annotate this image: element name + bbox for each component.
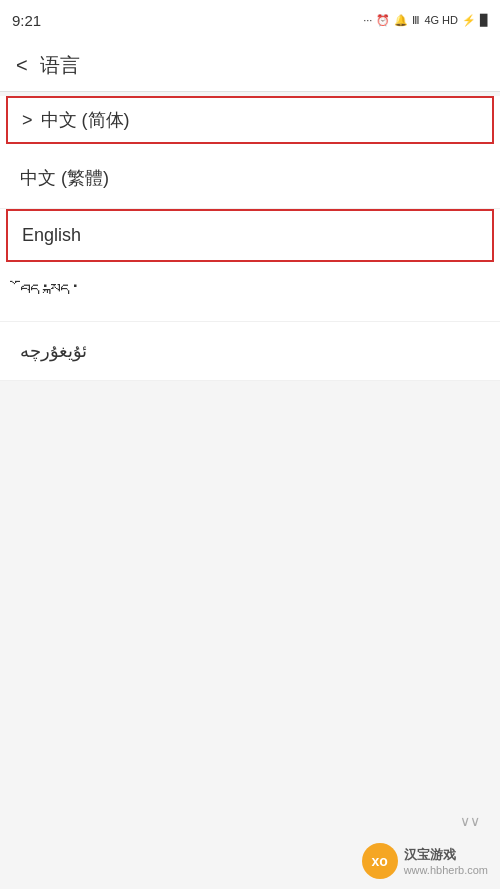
watermark-text-block: 汉宝游戏 www.hbherb.com xyxy=(404,846,488,876)
alarm-icon: ⏰ xyxy=(376,14,390,27)
watermark: xo 汉宝游戏 www.hbherb.com xyxy=(362,843,488,879)
notification-icon: 🔔 xyxy=(394,14,408,27)
status-icons: ··· ⏰ 🔔 Ⅲ 4G HD ⚡ ▉ xyxy=(363,14,488,27)
lang-item-zh-hant[interactable]: 中文 (繁體) xyxy=(0,148,500,209)
charging-icon: ⚡ xyxy=(462,14,476,27)
lang-label-ug: ئۇيغۇرچە xyxy=(20,341,87,361)
battery-full-icon: ▉ xyxy=(480,14,488,27)
status-time: 9:21 xyxy=(12,12,41,29)
watermark-site-name: 汉宝游戏 xyxy=(404,846,488,864)
watermark-url: www.hbherb.com xyxy=(404,864,488,876)
lang-item-zh-hans[interactable]: 中文 (简体) xyxy=(6,96,494,144)
lang-item-bo[interactable]: བོད་སྐད་ xyxy=(0,262,500,322)
back-button[interactable]: < xyxy=(16,54,28,77)
header: < 语言 xyxy=(0,40,500,92)
lang-label-zh-hans: 中文 (简体) xyxy=(41,108,130,132)
lang-label-zh-hant: 中文 (繁體) xyxy=(20,168,109,188)
watermark-area: xo 汉宝游戏 www.hbherb.com xyxy=(0,769,500,889)
network-label: 4G HD xyxy=(424,14,458,26)
language-list: 中文 (简体) 中文 (繁體) English བོད་སྐད་ ئۇيغۇرچ… xyxy=(0,96,500,381)
signal-dots: ··· xyxy=(363,14,372,26)
lang-item-en[interactable]: English xyxy=(6,209,494,262)
lang-item-ug[interactable]: ئۇيغۇرچە xyxy=(0,322,500,381)
status-bar: 9:21 ··· ⏰ 🔔 Ⅲ 4G HD ⚡ ▉ xyxy=(0,0,500,40)
watermark-logo: xo xyxy=(362,843,398,879)
lang-label-bo: བོད་སྐད་ xyxy=(20,280,80,302)
page-title: 语言 xyxy=(40,52,80,79)
battery-icon: Ⅲ xyxy=(412,14,420,27)
lang-label-en: English xyxy=(22,225,81,245)
